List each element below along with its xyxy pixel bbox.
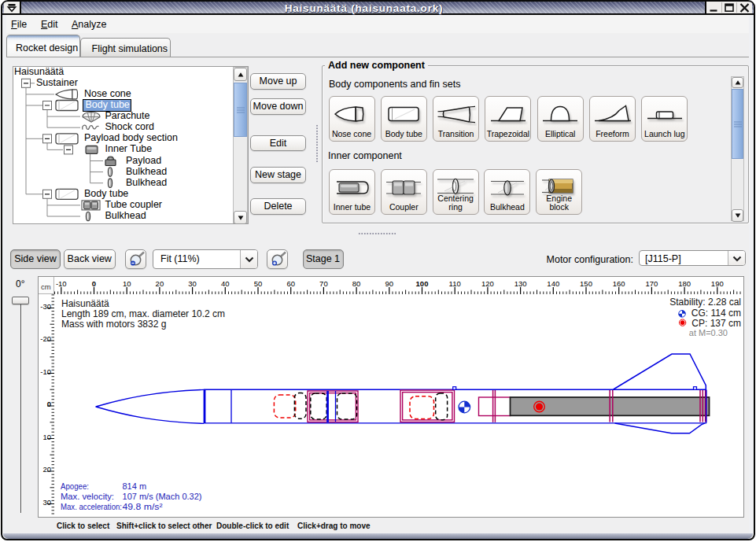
svg-text:20: 20 [156, 279, 164, 288]
svg-text:at M=0.30: at M=0.30 [689, 328, 728, 337]
svg-text:CP: 137 cm: CP: 137 cm [691, 318, 741, 329]
svg-text:40: 40 [221, 279, 230, 288]
svg-text:110: 110 [449, 279, 461, 288]
svg-text:20: 20 [42, 465, 51, 474]
svg-text:90: 90 [385, 279, 394, 288]
svg-text:814 m: 814 m [123, 481, 147, 491]
svg-text:80: 80 [352, 279, 361, 288]
svg-text:100: 100 [416, 279, 429, 288]
svg-text:70: 70 [319, 279, 328, 288]
svg-text:Length 189 cm, max. diameter 1: Length 189 cm, max. diameter 10.2 cm [61, 308, 225, 319]
svg-text:10: 10 [123, 279, 131, 288]
svg-text:-10: -10 [40, 367, 51, 376]
svg-text:30: 30 [188, 279, 197, 288]
svg-text:0: 0 [92, 279, 96, 288]
svg-text:Max. acceleration:: Max. acceleration: [61, 502, 122, 511]
svg-text:49.8 m/s²: 49.8 m/s² [123, 502, 163, 511]
svg-text:160: 160 [613, 279, 625, 288]
svg-text:170: 170 [645, 279, 658, 288]
svg-text:Stability: 2.28 cal: Stability: 2.28 cal [669, 297, 741, 308]
svg-text:120: 120 [481, 279, 494, 288]
svg-text:107 m/s (Mach 0.32): 107 m/s (Mach 0.32) [123, 492, 202, 501]
svg-text:30: 30 [42, 498, 51, 507]
svg-text:Mass with motors 3832 g: Mass with motors 3832 g [61, 319, 166, 330]
svg-text:190: 190 [711, 279, 724, 288]
svg-text:Max. velocity:: Max. velocity: [61, 492, 114, 501]
svg-text:-20: -20 [40, 334, 51, 343]
svg-text:-10: -10 [56, 279, 67, 288]
svg-text:50: 50 [254, 279, 263, 288]
svg-text:150: 150 [580, 279, 592, 288]
svg-text:-30: -30 [40, 302, 51, 311]
svg-text:140: 140 [547, 279, 559, 288]
svg-text:180: 180 [678, 279, 691, 288]
svg-text:0: 0 [47, 400, 51, 408]
svg-text:60: 60 [286, 279, 295, 288]
svg-text:Haisunäätä: Haisunäätä [61, 298, 109, 309]
svg-text:Apogee:: Apogee: [61, 481, 89, 491]
svg-text:10: 10 [42, 433, 51, 441]
svg-text:130: 130 [514, 279, 527, 288]
